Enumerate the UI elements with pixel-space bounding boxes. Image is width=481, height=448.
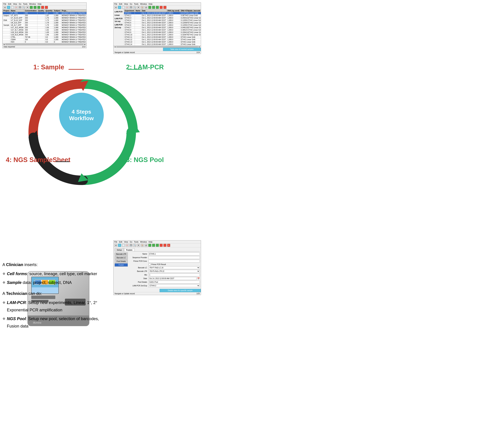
table-row[interactable]: ET#42.14 Oct 1, 2013 12:00:00 AM CEST 1,… xyxy=(124,43,201,46)
tr-menu-tools[interactable]: Tools xyxy=(134,3,138,5)
tr-col-date[interactable]: Date xyxy=(141,10,167,12)
menu-view[interactable]: View xyxy=(13,3,17,5)
br-tb-red1[interactable] xyxy=(160,244,163,247)
tr-menu-edit[interactable]: Edit xyxy=(119,3,122,5)
table-row[interactable]: ET#42.3 Oct 1, 2013 12:00:00 AM CEST 1,0… xyxy=(124,17,201,19)
tr-col-dna[interactable]: DNA (ng used) xyxy=(167,10,180,12)
tb-info[interactable]: ? xyxy=(7,6,10,9)
tr-menu-help[interactable]: Help xyxy=(149,3,152,5)
table-row[interactable]: ET#42.8 Oct 1, 2013 12:00:00 AM CEST 1,0… xyxy=(124,29,201,31)
table-row[interactable]: ET#42.9 Oct 1, 2013 12:00:00 AM CEST 1,0… xyxy=(124,31,201,34)
menu-edit[interactable]: Edit xyxy=(8,3,11,5)
br-tb-print[interactable]: 🖨 xyxy=(144,244,148,247)
col-concentration[interactable]: Concentration xyxy=(24,10,38,12)
table-row[interactable]: U17_3L5_ARSA 250 1.56 1,000 MONKEY BRAIN… xyxy=(3,26,87,29)
col-quality[interactable]: Quality xyxy=(38,10,45,12)
menu-window[interactable]: Window xyxy=(29,3,36,5)
col-subject[interactable]: Subject xyxy=(53,10,61,12)
table-row[interactable]: U17_6L7_ARSA 250 1.62 1,000 MONKEY BRAIN… xyxy=(3,29,87,31)
tb-search[interactable]: 🔍 xyxy=(22,6,25,9)
table-row[interactable]: H2O 0 0.0 0 MONKEY BRAIN LV TREATED 1...… xyxy=(3,41,87,43)
checkbox-primer-result[interactable] xyxy=(148,263,151,265)
table-row[interactable]: UT_7865 250 1.4 1,000 MONKEY BRAIN LV TR… xyxy=(3,12,87,15)
br-tb-info[interactable]: ? xyxy=(118,244,121,247)
tr-tb-green2[interactable] xyxy=(152,6,155,9)
menu-file[interactable]: File xyxy=(3,3,6,5)
table-row[interactable]: ET#42.5 Oct 1, 2013 12:00:00 AM CEST 1,0… xyxy=(124,22,201,24)
tr-tb-filter[interactable]: ▼ xyxy=(137,6,140,9)
table-row[interactable]: ET#42.10 Oct 1, 2013 12:00:00 AM CEST 1,… xyxy=(124,34,201,36)
table-row[interactable]: ET#42.13 Oct 1, 2013 12:00:00 AM CEST 1,… xyxy=(124,41,201,43)
select-barcode-lc[interactable]: FB-P7-Rd2-LC.16 xyxy=(148,266,200,269)
table-row[interactable]: U8_2L8_GFP 250 1.78 1,000 MONKEY BRAIN L… xyxy=(3,22,87,24)
input-pool-details[interactable] xyxy=(148,281,200,284)
table-row[interactable]: ET#42.6 Oct 1, 2013 12:00:00 AM CEST 1,0… xyxy=(124,24,201,26)
table-row[interactable]: U18_6L8_ARSA 250 1.66 1,000 MONKEY BRAIN… xyxy=(3,34,87,36)
input-date[interactable] xyxy=(148,277,196,280)
br-tb-home[interactable]: 🏠 xyxy=(141,244,144,247)
col-project[interactable]: Project xyxy=(3,10,10,12)
table-row[interactable]: ET#42.7 Oct 1, 2013 12:00:00 AM CEST 1,0… xyxy=(124,26,201,29)
tl-menubar[interactable]: File Edit View Go Tools Window Help xyxy=(3,3,86,6)
tr-menu-go[interactable]: Go xyxy=(130,3,132,5)
tb-save[interactable]: 💾 xyxy=(18,6,22,9)
table-row[interactable]: ET#42.11 Oct 1, 2013 12:00:00 AM CEST 1,… xyxy=(124,36,201,38)
tr-menubar[interactable]: File Edit View Go Tools Window Help xyxy=(113,3,201,6)
br-tb-save[interactable]: 💾 xyxy=(129,244,132,247)
br-menu-view[interactable]: View xyxy=(124,241,128,243)
date-picker-icon[interactable]: 📅 xyxy=(197,277,200,280)
tr-tb-home[interactable]: 🏠 xyxy=(141,6,144,9)
select-lam-pcr[interactable]: ET#44.3 xyxy=(148,284,200,287)
table-row[interactable]: CEM4 100 0.0 1,000 MONKEY BRAIN LV TREAT… xyxy=(3,38,87,41)
tb-new[interactable]: 📄 xyxy=(11,6,14,9)
table-row[interactable]: U18_3L9_ARSA 250 1.69 1,000 MONKEY BRAIN… xyxy=(3,31,87,34)
tab-fusion[interactable]: Fusion xyxy=(124,248,135,251)
tr-tb-green1[interactable] xyxy=(148,6,151,9)
tb-delete[interactable]: ✕ xyxy=(15,6,18,9)
br-tb-delete[interactable]: ✕ xyxy=(126,244,129,247)
table-row[interactable]: ET#42.2 Oct 1, 2013 12:00:00 AM CEST 1,0… xyxy=(124,15,201,17)
tb-red1[interactable] xyxy=(41,6,44,9)
side-tab-barcode-ltr[interactable]: Barcode LTR xyxy=(115,252,128,256)
tr-menu-file[interactable]: File xyxy=(114,3,117,5)
input-mix[interactable] xyxy=(148,273,200,276)
br-tb-close[interactable]: ✕ xyxy=(167,244,170,247)
tr-tb-back[interactable]: ◄ xyxy=(114,6,117,9)
tab-setup[interactable]: Setup xyxy=(115,248,124,251)
tb-green2[interactable] xyxy=(33,6,37,9)
br-menu-file[interactable]: File xyxy=(114,241,117,243)
tr-menu-view[interactable]: View xyxy=(124,3,128,5)
table-row[interactable]: CTRL- 767.06 0.0 1,000 MONKEY BRAIN LV T… xyxy=(3,36,87,38)
table-row[interactable]: ET#42.4 Oct 1, 2013 12:00:00 AM CEST 1,0… xyxy=(124,19,201,22)
tr-col-experiment[interactable]: Experiment xyxy=(124,10,135,12)
input-seq-provider[interactable] xyxy=(148,256,200,259)
tr-tb-print[interactable]: 🖨 xyxy=(144,6,148,9)
tb-green3[interactable] xyxy=(37,6,40,9)
tr-table-container[interactable]: Experiment Name Date DNA (ng used) DNA V… xyxy=(124,9,201,46)
side-tab-barcode-lc[interactable]: Barcode LC xyxy=(115,256,128,259)
tr-tb-red1[interactable] xyxy=(160,6,163,9)
select-barcode-ltr[interactable]: FB-P5-Rd1-LTR.22 xyxy=(148,270,200,273)
table-row[interactable]: Sample U8_4L7_GFP 250 1.79 1,000 MONKEY … xyxy=(3,24,87,26)
col-quantity[interactable]: Quantity xyxy=(45,10,53,12)
tr-tb-green3[interactable] xyxy=(156,6,159,9)
br-menubar[interactable]: File Edit View Go Tools Window Help xyxy=(113,241,201,243)
table-row[interactable]: DNA U7_5L16_GFP 250 1.73 1,000 MONKEY BR… xyxy=(3,19,87,22)
col-name[interactable]: Name xyxy=(10,10,24,12)
br-menu-go[interactable]: Go xyxy=(130,241,132,243)
menu-go[interactable]: Go xyxy=(19,3,21,5)
tr-col-name[interactable]: Name xyxy=(135,10,141,12)
tr-tb-save[interactable]: 💾 xyxy=(129,6,132,9)
menu-tools[interactable]: Tools xyxy=(23,3,28,5)
tr-menu-window[interactable]: Window xyxy=(140,3,147,5)
br-tb-new[interactable]: 📄 xyxy=(122,244,125,247)
tl-table-container[interactable]: Project Name Concentration Quality Quant… xyxy=(3,9,86,43)
br-tb-search[interactable]: 🔍 xyxy=(133,244,136,247)
tr-col-vcn[interactable]: DNA VCNplate_barcode xyxy=(180,10,201,12)
br-tb-green3[interactable] xyxy=(156,244,159,247)
br-tb-filter[interactable]: ▼ xyxy=(137,244,140,247)
br-menu-edit[interactable]: Edit xyxy=(119,241,122,243)
tb-green1[interactable] xyxy=(30,6,33,9)
side-tab-pool-details[interactable]: Pool Details xyxy=(115,260,128,263)
tb-red2[interactable] xyxy=(45,6,48,9)
